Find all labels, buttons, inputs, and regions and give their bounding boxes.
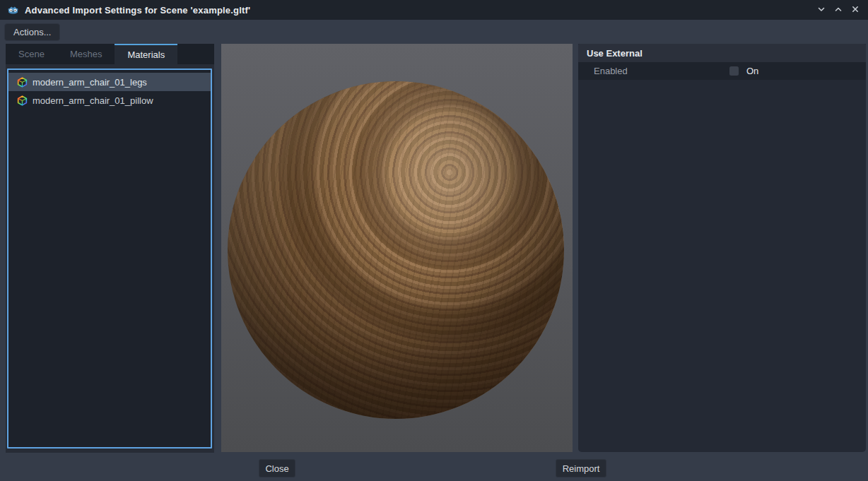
advanced-import-settings-window: { "window": { "title": "Advanced Import … [0,0,868,481]
checkbox-value-label: On [746,66,758,76]
chevron-up-icon [834,5,843,16]
close-dialog-button[interactable]: Close [259,459,295,477]
close-button[interactable] [847,1,864,18]
material-name: modern_arm_chair_01_pillow [33,95,153,106]
enabled-checkbox[interactable] [729,66,739,76]
x-icon [851,5,860,16]
maximize-button[interactable] [830,1,847,18]
window-controls [813,0,868,20]
menubar: Actions... [0,20,868,44]
property-label: Enabled [594,66,628,76]
tab-meshes[interactable]: Meshes [57,44,115,64]
titlebar[interactable]: Advanced Import Settings for Scene 'exam… [0,0,868,20]
inspector-panel: Use External Enabled On [578,44,866,452]
materials-panel: modern_arm_chair_01_legs modern_arm_chai… [6,64,214,453]
chevron-down-icon [817,5,826,16]
actions-button[interactable]: Actions... [4,23,60,41]
minimize-button[interactable] [813,1,830,18]
material-orb-icon [17,77,28,88]
material-orb-icon [17,95,28,106]
preview-sphere [228,81,564,419]
tabbar: Scene Meshes Materials [6,44,214,64]
section-header-use-external: Use External [578,44,866,62]
list-item-material-pillow[interactable]: modern_arm_chair_01_pillow [8,91,211,109]
material-name: modern_arm_chair_01_legs [33,77,147,88]
window-title: Advanced Import Settings for Scene 'exam… [25,5,250,16]
reimport-button[interactable]: Reimport [556,459,606,477]
list-item-material-legs[interactable]: modern_arm_chair_01_legs [8,73,211,91]
tab-scene[interactable]: Scene [6,44,57,64]
material-list[interactable]: modern_arm_chair_01_legs modern_arm_chai… [7,69,212,449]
property-row-enabled: Enabled On [578,62,866,80]
material-preview-viewport[interactable] [221,44,573,452]
tab-materials[interactable]: Materials [115,44,177,64]
godot-logo-icon [7,4,19,16]
